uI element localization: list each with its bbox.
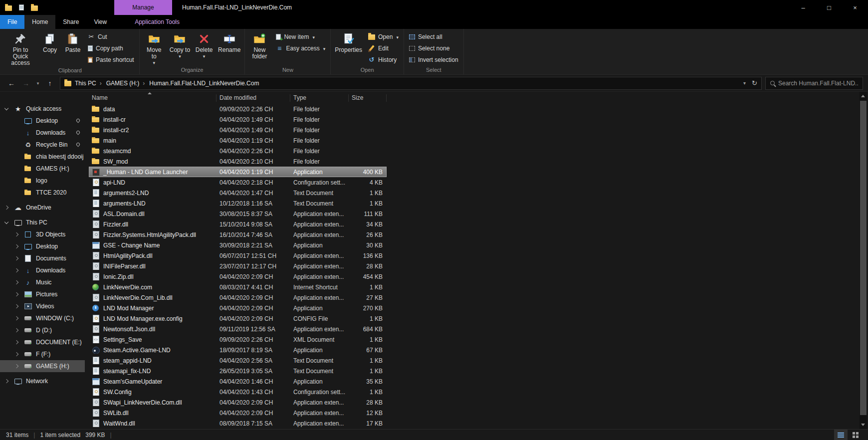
sidebar-item[interactable]: Music (0, 276, 85, 288)
sidebar-item[interactable]: logo (0, 175, 85, 187)
sidebar-item[interactable]: Quick access (0, 103, 85, 115)
column-header-date-modified[interactable]: Date modified (217, 94, 290, 102)
column-header-type[interactable]: Type (290, 94, 349, 102)
breadcrumb-item[interactable]: This PC (72, 80, 99, 87)
file-row[interactable]: steamcmd 04/04/2020 2:26 CH File folder (89, 146, 387, 156)
paste-shortcut-button[interactable]: Paste shortcut (84, 54, 138, 65)
chevron-icon[interactable] (14, 304, 18, 308)
minimize-button[interactable]: – (790, 0, 816, 15)
new-folder-button[interactable]: New folder (246, 29, 272, 66)
file-row[interactable]: Fizzler.dll 15/10/2014 9:08 SA Applicati… (89, 219, 387, 229)
up-button[interactable] (43, 77, 56, 90)
file-row[interactable]: Steam'sGameUpdater 04/04/2020 1:46 CH Ap… (89, 376, 387, 387)
scroll-up-icon[interactable] (861, 95, 865, 97)
file-row[interactable]: install-cr 04/04/2020 1:49 CH File folde… (89, 114, 387, 125)
thumbnails-view-button[interactable] (849, 430, 862, 440)
tab-view[interactable]: View (86, 15, 114, 29)
paste-button[interactable]: Paste (61, 29, 84, 66)
chevron-icon[interactable] (14, 268, 18, 272)
refresh-icon[interactable] (752, 79, 757, 87)
file-row[interactable]: Fizzler.Systems.HtmlAgilityPack.dll 16/1… (89, 229, 387, 240)
file-row[interactable]: api-LND 04/04/2020 2:18 CH Configuration… (89, 177, 387, 188)
easy-access-button[interactable]: Easy access (272, 42, 329, 54)
close-button[interactable]: × (842, 0, 868, 15)
file-row[interactable]: main 04/04/2020 1:19 CH File folder (89, 135, 387, 146)
breadcrumb-item[interactable]: GAMES (H:) (104, 80, 142, 87)
file-row[interactable]: arguments2-LND 04/04/2020 1:47 CH Text D… (89, 188, 387, 198)
vertical-scrollbar[interactable] (860, 92, 867, 429)
sidebar-item[interactable]: TTCE 2020 (0, 187, 85, 199)
sidebar-item[interactable]: F (F:) (0, 348, 85, 360)
chevron-icon[interactable] (14, 316, 18, 320)
scroll-down-icon[interactable] (861, 424, 865, 426)
chevron-icon[interactable] (14, 352, 18, 356)
file-row[interactable]: LinkNeverDie.Com_Lib.dll 04/04/2020 2:09… (89, 292, 387, 303)
file-row[interactable]: GSE - Change Name 30/09/2018 2:21 SA App… (89, 240, 387, 250)
manage-contextual-tab[interactable]: Manage (114, 0, 172, 15)
sidebar-item[interactable]: WINDOW (C:) (0, 312, 85, 324)
details-view-button[interactable] (834, 430, 848, 440)
edit-button[interactable]: Edit (365, 42, 402, 54)
invert-selection-button[interactable]: Invert selection (406, 54, 462, 65)
back-button[interactable] (5, 77, 18, 90)
copy-path-button[interactable]: Copy path (84, 42, 138, 54)
history-button[interactable]: History (365, 54, 402, 65)
tab-file[interactable]: File (0, 15, 24, 29)
file-row[interactable]: steam_appid-LND 04/04/2020 2:56 SA Text … (89, 355, 387, 366)
file-row[interactable]: ASL.Domain.dll 30/08/2015 8:37 SA Applic… (89, 209, 387, 219)
chevron-icon[interactable] (14, 232, 18, 236)
sidebar-item[interactable]: DOCUMENT (E:) (0, 336, 85, 348)
chevron-icon[interactable] (4, 106, 8, 110)
file-row[interactable]: HtmlAgilityPack.dll 06/07/2017 12:51 CH … (89, 250, 387, 261)
tab-application-tools[interactable]: Application Tools (127, 15, 187, 29)
delete-button[interactable]: Delete (193, 29, 216, 66)
properties-button[interactable]: Properties (332, 29, 365, 66)
sidebar-item[interactable]: Videos (0, 300, 85, 312)
file-row[interactable]: INIFileParser.dll 23/07/2017 12:17 CH Ap… (89, 261, 387, 271)
file-row[interactable]: data 09/09/2020 2:26 CH File folder (89, 104, 387, 114)
file-row[interactable]: Settings_Save 09/09/2020 2:26 CH XML Doc… (89, 334, 387, 345)
sidebar-item[interactable]: Network (0, 375, 85, 387)
sidebar-item[interactable]: Recycle Bin (0, 139, 85, 151)
file-row[interactable]: LND Mod Manager.exe.config 04/04/2020 2:… (89, 313, 387, 324)
breadcrumb-item[interactable]: Human.Fall.Flat-LND_LinkNeverDie.Com (147, 80, 261, 87)
file-row[interactable]: SW.Config 04/04/2020 1:43 CH Configurati… (89, 387, 387, 397)
sidebar-item[interactable]: Desktop (0, 115, 85, 127)
select-all-button[interactable]: Select all (406, 31, 462, 42)
file-row[interactable]: _Human - LND Game Launcher 04/04/2020 1:… (89, 167, 387, 177)
sidebar-item[interactable]: Documents (0, 252, 85, 264)
column-header-size[interactable]: Size (349, 94, 387, 102)
sidebar-item[interactable]: Pictures (0, 288, 85, 300)
sidebar-item[interactable]: Downloads (0, 264, 85, 276)
chevron-icon[interactable] (14, 328, 18, 332)
sidebar-item[interactable]: This PC (0, 217, 85, 228)
copy-button[interactable]: Copy (38, 29, 61, 66)
file-row[interactable]: Ionic.Zip.dll 04/04/2020 2:09 CH Applica… (89, 271, 387, 282)
new-item-button[interactable]: New item (272, 31, 329, 42)
forward-button[interactable] (19, 77, 32, 90)
breadcrumb[interactable]: This PC › GAMES (H:) › Human.Fall.Flat-L… (60, 77, 762, 90)
file-row[interactable]: steamapi_fix-LND 26/05/2019 3:05 SA Text… (89, 366, 387, 376)
chevron-icon[interactable] (14, 280, 18, 284)
chevron-icon[interactable] (14, 340, 18, 344)
sidebar-item[interactable]: GAMES (H:) (0, 163, 85, 175)
file-row[interactable]: LND Mod Manager 04/04/2020 2:09 CH Appli… (89, 303, 387, 313)
tab-home[interactable]: Home (24, 15, 55, 29)
copy-to-button[interactable]: Copy to (167, 29, 193, 66)
pin-to-quick-access-button[interactable]: Pin to Quick access (2, 29, 38, 66)
file-row[interactable]: LinkNeverDie.com 08/03/2017 4:41 CH Inte… (89, 282, 387, 292)
chevron-icon[interactable] (4, 206, 8, 210)
file-row[interactable]: WaitWnd.dll 08/09/2018 7:15 SA Applicati… (89, 418, 387, 429)
qat-properties-icon[interactable] (19, 4, 24, 10)
cut-button[interactable]: Cut (84, 31, 138, 42)
sidebar-item[interactable]: D (D:) (0, 324, 85, 336)
recent-locations-button[interactable] (34, 77, 42, 90)
move-to-button[interactable]: Move to (141, 29, 167, 66)
sidebar-item[interactable]: Desktop (0, 240, 85, 252)
sidebar-item[interactable]: Downloads (0, 127, 85, 139)
chevron-icon[interactable] (4, 220, 8, 224)
file-row[interactable]: Newtonsoft.Json.dll 09/11/2019 12:56 SA … (89, 324, 387, 334)
sidebar-item[interactable]: GAMES (H:) (0, 360, 85, 372)
sidebar-item[interactable]: 3D Objects (0, 228, 85, 240)
chevron-icon[interactable] (14, 364, 18, 368)
